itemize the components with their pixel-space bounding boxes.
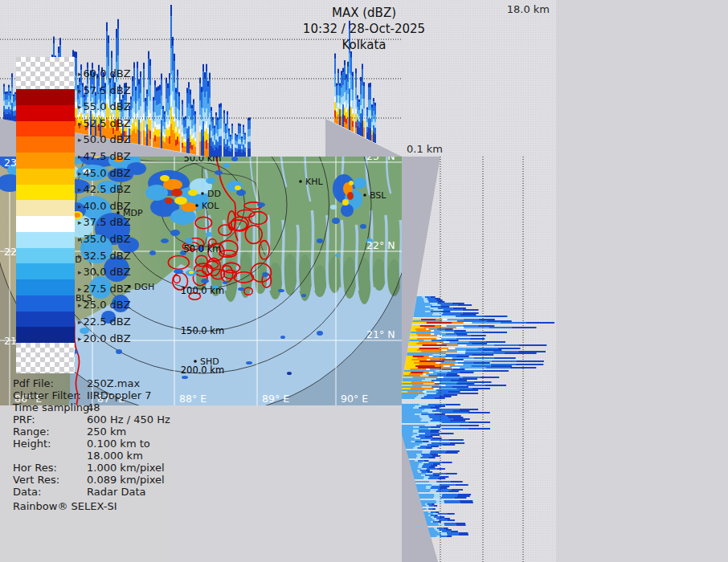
scale-band (16, 263, 75, 279)
yz-echo-bar (436, 529, 439, 531)
xz-echo-bar (371, 135, 373, 139)
scale-label: ▸25.0 dBZ (78, 299, 166, 311)
yz-echo-bar (448, 344, 459, 346)
xz-echo-bar (199, 132, 201, 142)
xz-echo-bar (344, 92, 346, 102)
yz-echo-bar (402, 431, 413, 433)
scale-label: ▸20.0 dBZ (78, 333, 166, 344)
yz-echo-bar (455, 484, 468, 486)
xz-echo-bar (186, 108, 188, 120)
xz-echo-bar (355, 114, 357, 122)
xz-echo-bar (374, 106, 376, 115)
yz-echo-bar (425, 425, 436, 426)
yz-echo-bar (483, 332, 507, 333)
xz-echo-bar (360, 123, 362, 136)
yz-echo-bar (456, 356, 469, 357)
yz-echo-bar (411, 468, 422, 470)
yz-echo-bar (419, 471, 422, 473)
yz-echo-bar (485, 385, 506, 386)
height-min-label: 0.1 km (407, 143, 443, 155)
xz-echo-bar (202, 92, 204, 108)
scale-value: 30.0 dBZ (84, 266, 131, 278)
yz-echo-bar (418, 491, 430, 492)
xz-echo-bar (206, 140, 207, 149)
xz-echo-bar (347, 67, 349, 83)
xz-echo-bar (182, 132, 183, 136)
xz-echo-bar (357, 99, 358, 108)
yz-echo-bar (463, 377, 481, 378)
xz-echo-bar (220, 136, 222, 145)
xz-echo-bar (175, 88, 177, 93)
scale-band-above-max (16, 57, 75, 89)
xz-echo-bar (193, 104, 194, 116)
xz-echo-bar (169, 96, 170, 110)
xz-echo-bar (350, 124, 352, 131)
yz-echo-bar (416, 457, 420, 458)
yz-echo-bar (498, 348, 521, 349)
color-scale (16, 57, 75, 373)
yz-echo-bar (484, 316, 507, 317)
yz-echo-bar (419, 341, 436, 343)
scale-value: 22.5 dBZ (84, 316, 131, 328)
xz-echo-bar (172, 108, 174, 116)
radar-echo (171, 189, 182, 197)
scale-label: ▸47.5 dBZ (78, 151, 166, 162)
xz-echo-bar (230, 136, 231, 141)
yz-echo-bar (430, 491, 436, 492)
delta-island (358, 258, 371, 304)
yz-echo-bar (416, 343, 431, 344)
yz-echo-bar (452, 369, 464, 370)
xz-echo-bar (204, 72, 206, 79)
yz-echo-bar (412, 385, 431, 386)
xz-echo-bar (366, 132, 368, 139)
xz-echo-bar (228, 146, 230, 151)
xz-echo-bar (209, 138, 211, 157)
xz-echo-bar (202, 108, 204, 121)
xz-echo-bar (238, 140, 239, 145)
yz-echo-bar (472, 343, 488, 344)
metadata-label: Height: (13, 438, 87, 450)
xz-echo-bar (244, 135, 246, 140)
scale-label: ▸35.0 dBZ (78, 234, 166, 245)
yz-echo-bar (459, 393, 478, 394)
yz-echo-bar (452, 359, 464, 360)
yz-echo-bar (446, 357, 452, 359)
yz-echo-bar (478, 319, 494, 320)
xz-echo-bar (204, 97, 206, 112)
yz-echo-bar (431, 385, 439, 386)
yz-echo-bar (466, 349, 483, 351)
scale-value: 25.0 dBZ (84, 299, 131, 311)
yz-echo-bar (449, 420, 465, 422)
yz-echo-bar (411, 465, 419, 466)
xz-echo-bar (206, 108, 207, 121)
xz-echo-bar (228, 131, 230, 137)
yz-echo-bar (423, 442, 431, 444)
yz-echo-bar (424, 513, 433, 515)
yz-echo-bar (441, 362, 458, 364)
yz-echo-bar (422, 439, 431, 441)
yz-echo-bar (459, 378, 477, 380)
yz-echo-bar (446, 354, 472, 356)
yz-echo-bar (435, 495, 443, 497)
xz-echo-bar (223, 110, 225, 114)
yz-echo-bar (411, 369, 422, 370)
xz-echo-bar (249, 136, 251, 142)
xz-echo-bar (230, 145, 231, 149)
radar-echo (223, 163, 230, 168)
yz-echo-bar (458, 532, 468, 534)
yz-echo-bar (422, 380, 431, 381)
xz-echo-bar (220, 145, 222, 157)
xz-echo-bar (339, 104, 341, 109)
xz-echo-bar (207, 134, 209, 143)
xz-echo-bar (185, 146, 186, 150)
yz-echo-bar (457, 343, 472, 344)
yz-echo-bar (433, 518, 437, 519)
yz-echo-bar (432, 455, 440, 457)
yz-echo-bar (437, 335, 442, 336)
yz-echo-bar (414, 312, 433, 314)
xz-echo-bar (202, 136, 204, 156)
xz-echo-bar (217, 142, 219, 149)
xz-echo-bar (191, 145, 193, 150)
xz-echo-bar (355, 100, 357, 108)
yz-echo-bar (414, 478, 423, 479)
